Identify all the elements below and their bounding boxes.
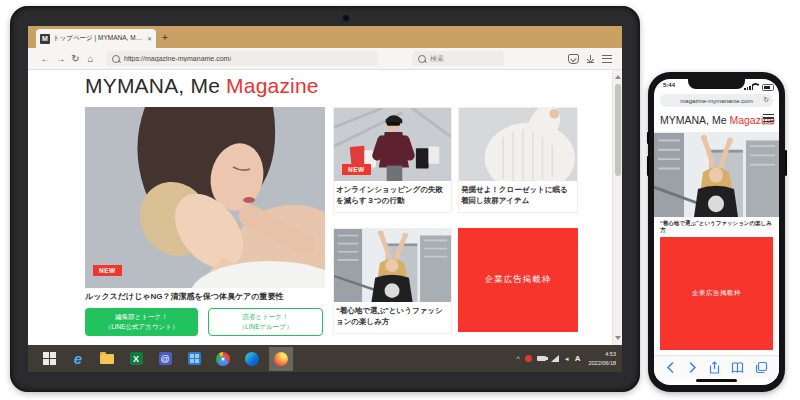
- taskbar-internet-explorer[interactable]: e: [70, 351, 86, 367]
- status-time: 5:44: [663, 82, 675, 88]
- tab-close-icon[interactable]: ✕: [147, 35, 152, 42]
- address-url: https://magazine-mymaname.com/: [124, 55, 231, 62]
- webcam-icon: [342, 14, 350, 22]
- hero-article[interactable]: NEW: [85, 107, 325, 288]
- scroll-down-icon[interactable]: [615, 336, 621, 340]
- home-indicator[interactable]: [696, 379, 737, 382]
- new-badge: NEW: [342, 164, 371, 175]
- hero-photo-image: [85, 107, 325, 288]
- notification-icon[interactable]: [525, 355, 532, 362]
- folder-icon: [100, 354, 114, 364]
- taskbar-firefox-active[interactable]: [273, 351, 289, 367]
- excel-icon: X: [130, 352, 143, 365]
- menu-icon[interactable]: [602, 55, 612, 63]
- site-favicon-icon: M: [40, 34, 50, 44]
- site-title: MYMANA, Me Magazine: [85, 74, 319, 98]
- phone-screen: 5:44 magazine-mymaname.com ↻ MYMANA, Me …: [654, 79, 779, 385]
- taskbar-app-grid[interactable]: [186, 351, 202, 367]
- article-closet[interactable]: 発掘せよ！クローゼットに眠る着回し抜群アイテム: [458, 107, 578, 213]
- taskbar-mail[interactable]: @: [157, 351, 173, 367]
- new-tab-button[interactable]: +: [162, 31, 168, 45]
- mobile-ad-banner[interactable]: 企業広告掲載枠: [660, 237, 773, 350]
- network-signal-icon[interactable]: [551, 355, 559, 362]
- tabs-icon[interactable]: [755, 361, 768, 374]
- battery-icon[interactable]: [537, 356, 546, 361]
- clock-date: 2022/06/18: [588, 359, 616, 367]
- phone-mute-switch: [647, 132, 649, 144]
- browser-tab-active[interactable]: M トップページ | MYMANA, Me Magazine ✕: [36, 29, 156, 48]
- mobile-site-title: MYMANA, Me Magazine: [660, 114, 775, 126]
- hero-article-title[interactable]: ルックスだけじゃNG？清潔感を保つ体臭ケアの重要性: [85, 291, 329, 302]
- clock-time: 4:53: [588, 350, 616, 358]
- webpage-content: MYMANA, Me Magazine: [28, 70, 622, 345]
- mobile-site-title-main: MYMANA, Me: [660, 114, 727, 126]
- chrome-icon: [216, 352, 230, 366]
- mobile-menu-button[interactable]: MENU: [762, 114, 774, 126]
- pocket-icon[interactable]: [568, 54, 579, 64]
- line-official-label-2: （LINE公式アカウント）: [105, 322, 179, 332]
- back-icon[interactable]: ←: [38, 53, 53, 64]
- article-closet-photo[interactable]: [459, 108, 577, 181]
- mobile-site-header: MYMANA, Me Magazine MENU: [654, 109, 779, 133]
- fashion-photo-image: [334, 229, 451, 302]
- wifi-icon: [750, 83, 761, 94]
- site-title-accent: Magazine: [226, 74, 319, 97]
- line-official-label-1: 編集部とトーク！: [115, 312, 167, 322]
- mobile-reload-icon[interactable]: ↻: [763, 96, 769, 104]
- system-tray: ^ ◄ A 4:53 2022/06/18: [516, 350, 622, 367]
- article-fashion[interactable]: “着心地で選ぶ”というファッションの楽しみ方: [333, 228, 452, 334]
- taskbar-chrome[interactable]: [215, 351, 231, 367]
- mobile-address-url: magazine-mymaname.com: [680, 98, 752, 104]
- address-bar[interactable]: https://magazine-mymaname.com/: [106, 51, 378, 66]
- fashion-photo-image: [654, 133, 779, 217]
- article-shopping[interactable]: NEW オンラインショッピングの失敗を減らす３つの行動: [333, 107, 452, 213]
- home-icon[interactable]: ⌂: [83, 53, 98, 64]
- windows-taskbar: e X @ ^ ◄ A 4:53 2022/06/18: [28, 345, 622, 372]
- line-group-label-1: 読者とトーク！: [243, 312, 289, 322]
- mobile-article-photo[interactable]: [654, 133, 779, 217]
- browser-tab-bar: M トップページ | MYMANA, Me Magazine ✕ +: [28, 26, 622, 48]
- taskbar-excel[interactable]: X: [128, 351, 144, 367]
- forward-icon[interactable]: →: [53, 53, 68, 64]
- scrollbar-thumb[interactable]: [615, 84, 621, 176]
- line-group-button[interactable]: 読者とトーク！ （LINEグループ）: [208, 308, 323, 336]
- tray-expand-icon[interactable]: ^: [516, 356, 519, 362]
- phone-notch: [688, 79, 745, 89]
- share-icon[interactable]: [708, 361, 721, 374]
- article-closet-title[interactable]: 発掘せよ！クローゼットに眠る着回し抜群アイテム: [459, 181, 577, 212]
- reload-icon[interactable]: ↻: [68, 53, 83, 64]
- mobile-address-bar[interactable]: magazine-mymaname.com ↻: [660, 94, 773, 107]
- article-shopping-title[interactable]: オンラインショッピングの失敗を減らす３つの行動: [334, 181, 451, 212]
- taskbar-clock[interactable]: 4:53 2022/06/18: [588, 350, 616, 367]
- windows-icon: [43, 352, 56, 365]
- ad-banner[interactable]: 企業広告掲載枠: [458, 228, 578, 332]
- search-icon: [112, 55, 120, 63]
- article-fashion-photo[interactable]: [334, 229, 451, 302]
- bookmarks-icon[interactable]: [731, 361, 744, 374]
- scroll-up-icon[interactable]: [615, 75, 621, 79]
- mobile-ad-label: 企業広告掲載枠: [692, 289, 741, 298]
- download-icon[interactable]: [586, 55, 595, 63]
- ad-banner-label: 企業広告掲載枠: [485, 274, 552, 286]
- start-button[interactable]: [41, 351, 57, 367]
- page-scrollbar[interactable]: [612, 70, 622, 345]
- new-badge: NEW: [93, 265, 122, 276]
- ime-mode-indicator[interactable]: A: [575, 354, 581, 363]
- phone-device: 5:44 magazine-mymaname.com ↻ MYMANA, Me …: [648, 72, 785, 392]
- search-box[interactable]: 検索: [412, 51, 504, 66]
- edge-icon: [245, 352, 259, 366]
- taskbar-edge[interactable]: [244, 351, 260, 367]
- taskbar-file-explorer[interactable]: [99, 351, 115, 367]
- hero-photo[interactable]: NEW: [85, 107, 325, 288]
- article-fashion-title[interactable]: “着心地で選ぶ”というファッションの楽しみ方: [334, 302, 451, 333]
- line-official-button[interactable]: 編集部とトーク！ （LINE公式アカウント）: [85, 308, 198, 336]
- mobile-browser-toolbar: [654, 355, 779, 379]
- battery-icon: [762, 84, 774, 91]
- sweater-photo-image: [459, 108, 577, 181]
- back-icon[interactable]: [665, 361, 676, 374]
- article-shopping-photo[interactable]: NEW: [334, 108, 451, 181]
- line-group-label-2: （LINEグループ）: [239, 322, 293, 332]
- menu-icon: [763, 114, 774, 122]
- speaker-icon[interactable]: ◄: [564, 356, 570, 362]
- forward-icon[interactable]: [687, 361, 698, 374]
